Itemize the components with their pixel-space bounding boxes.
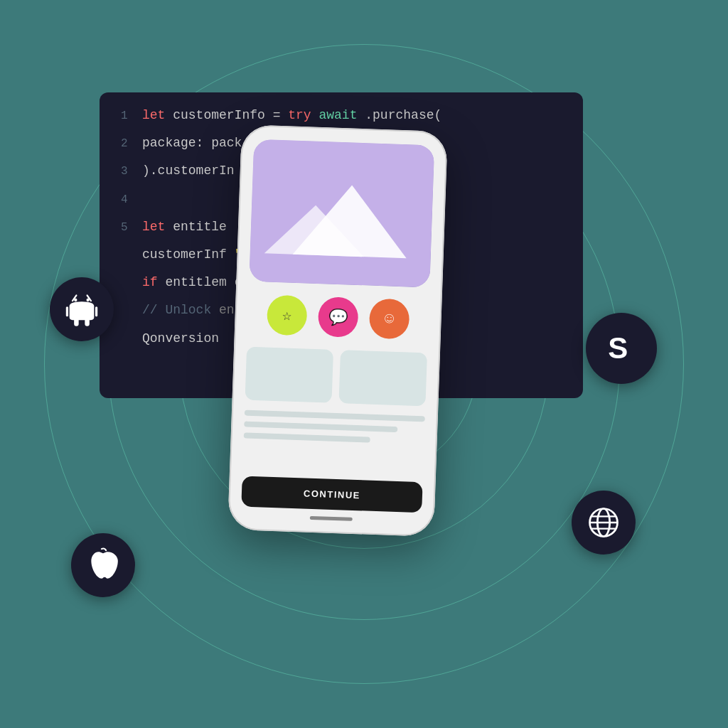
line-number: 2 (121, 136, 142, 151)
stripe-icon: S (601, 328, 641, 368)
line-number (121, 275, 142, 291)
phone-mockup: ☆ 💬 ☺ CONTINUE (228, 124, 448, 537)
mountain-illustration (249, 139, 434, 288)
line-number: 1 (121, 108, 142, 124)
phone-icon-row: ☆ 💬 ☺ (267, 295, 410, 340)
stripe-icon-circle: S (586, 313, 657, 384)
globe-icon (585, 504, 622, 541)
home-indicator (310, 516, 353, 521)
android-icon (63, 291, 100, 328)
android-icon-circle (50, 277, 114, 341)
line-number (121, 247, 142, 263)
code-line-1: 1 let customerInfo = try await .purchase… (121, 107, 562, 124)
line-number: 5 (121, 220, 142, 235)
chat-icon: 💬 (328, 307, 348, 327)
card-left (245, 347, 334, 403)
star-icon: ☆ (282, 306, 292, 325)
apple-icon (85, 547, 121, 583)
line-number (121, 331, 142, 347)
smiley-icon: ☺ (385, 310, 395, 328)
chat-icon-circle: 💬 (318, 296, 359, 338)
smiley-icon-circle: ☺ (369, 299, 410, 340)
text-line-3 (244, 432, 370, 442)
phone-text-lines (244, 410, 425, 444)
star-icon-circle: ☆ (267, 295, 308, 336)
text-line-1 (245, 410, 425, 422)
continue-button[interactable]: CONTINUE (241, 476, 422, 513)
globe-icon-circle (572, 491, 636, 555)
line-number (121, 303, 142, 318)
phone-cards (245, 347, 427, 407)
apple-icon-circle (71, 533, 135, 597)
svg-text:S: S (608, 331, 628, 365)
text-line-2 (244, 421, 397, 432)
card-right (338, 350, 427, 406)
line-number: 4 (121, 192, 142, 208)
phone-hero-image (249, 139, 434, 288)
line-number: 3 (121, 164, 142, 179)
